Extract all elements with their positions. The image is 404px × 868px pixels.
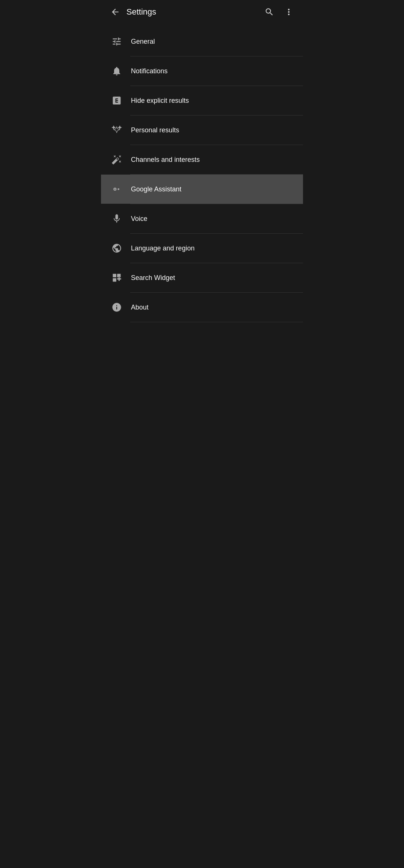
hide-explicit-label: Hide explicit results bbox=[131, 97, 189, 105]
widget-icon bbox=[107, 273, 126, 283]
header-actions bbox=[261, 4, 297, 20]
language-region-label: Language and region bbox=[131, 244, 195, 252]
back-button[interactable] bbox=[107, 4, 123, 20]
general-label: General bbox=[131, 38, 155, 46]
app-header: Settings bbox=[101, 0, 303, 24]
wand-icon bbox=[107, 154, 126, 165]
svg-point-1 bbox=[117, 188, 119, 190]
settings-item-channels-interests[interactable]: Channels and interests bbox=[101, 145, 303, 174]
bell-icon bbox=[107, 66, 126, 76]
search-button[interactable] bbox=[261, 4, 278, 20]
search-widget-label: Search Widget bbox=[131, 274, 175, 282]
settings-item-hide-explicit[interactable]: Hide explicit results bbox=[101, 86, 303, 115]
divider-about bbox=[130, 322, 303, 322]
settings-item-search-widget[interactable]: Search Widget bbox=[101, 263, 303, 292]
google-assistant-label: Google Assistant bbox=[131, 185, 181, 193]
back-arrow-icon bbox=[110, 7, 120, 17]
sparkles-icon bbox=[107, 125, 126, 135]
settings-item-general[interactable]: General bbox=[101, 27, 303, 56]
settings-item-google-assistant[interactable]: Google Assistant bbox=[101, 175, 303, 204]
page-title: Settings bbox=[126, 7, 261, 17]
settings-list: General Notifications Hide explicit resu… bbox=[101, 27, 303, 322]
voice-label: Voice bbox=[131, 215, 147, 223]
sliders-icon bbox=[107, 36, 126, 47]
channels-interests-label: Channels and interests bbox=[131, 156, 200, 164]
svg-point-2 bbox=[114, 188, 116, 190]
personal-results-label: Personal results bbox=[131, 126, 179, 134]
explicit-icon bbox=[107, 95, 126, 106]
assistant-icon bbox=[107, 184, 126, 194]
settings-item-voice[interactable]: Voice bbox=[101, 204, 303, 233]
more-vertical-icon bbox=[284, 7, 294, 17]
more-options-button[interactable] bbox=[281, 4, 297, 20]
globe-icon bbox=[107, 243, 126, 253]
mic-icon bbox=[107, 213, 126, 224]
settings-item-notifications[interactable]: Notifications bbox=[101, 56, 303, 86]
info-icon bbox=[107, 302, 126, 313]
search-icon bbox=[264, 7, 274, 17]
notifications-label: Notifications bbox=[131, 67, 168, 75]
settings-item-language-region[interactable]: Language and region bbox=[101, 234, 303, 263]
about-label: About bbox=[131, 304, 149, 311]
settings-item-about[interactable]: About bbox=[101, 293, 303, 322]
settings-item-personal-results[interactable]: Personal results bbox=[101, 116, 303, 145]
